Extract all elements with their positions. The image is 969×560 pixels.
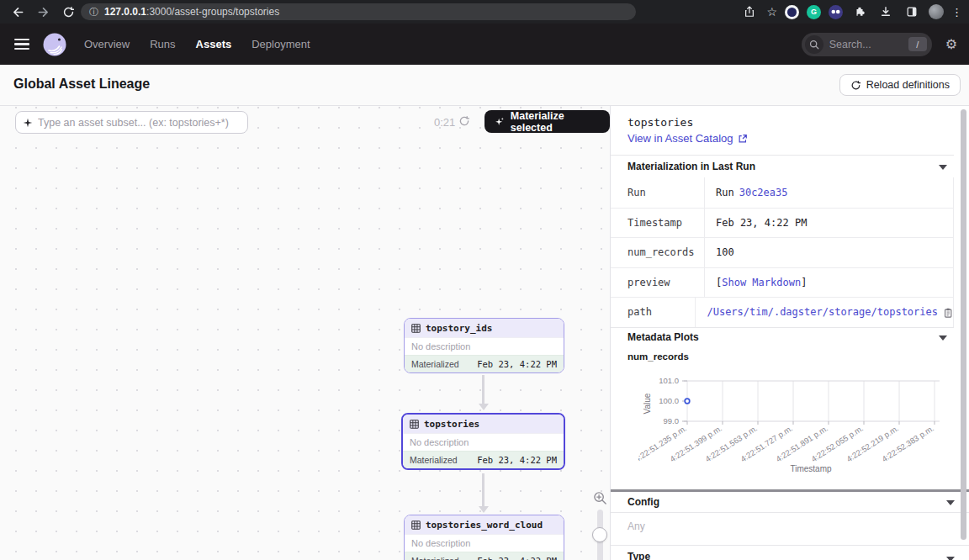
config-value: Any: [627, 520, 645, 532]
table-icon: [411, 520, 421, 530]
node-description: No description: [405, 337, 564, 355]
path-link[interactable]: /Users/tim/.dagster/storage/topstories: [707, 306, 938, 318]
metadata-row-path: path /Users/tim/.dagster/storage/topstor…: [611, 297, 953, 327]
reload-definitions-button[interactable]: Reload definitions: [839, 74, 961, 96]
refresh-icon: [850, 80, 861, 91]
panel-scrollbar[interactable]: [961, 109, 966, 540]
metadata-table: Run Run 30c2ea35 Timestamp Feb 23, 4:22 …: [611, 177, 954, 327]
svg-text:99.0: 99.0: [664, 416, 680, 425]
back-icon[interactable]: [8, 3, 27, 21]
zoom-in-icon[interactable]: [593, 491, 607, 509]
collapse-caret-icon[interactable]: [939, 335, 947, 341]
collapse-caret-icon[interactable]: [946, 500, 955, 505]
copy-icon[interactable]: [943, 307, 953, 318]
num-records-chart: 101.0 100.0 99.0 Value Timestamp 4:22:51…: [638, 371, 951, 482]
content-area: 0:21 Materialize selected topstory_ids N…: [0, 105, 969, 560]
nav-item-assets[interactable]: Assets: [196, 38, 232, 50]
extensions-puzzle-icon[interactable]: [850, 3, 869, 21]
lineage-edge: [482, 473, 484, 506]
metadata-row-preview: preview [Show Markdown]: [611, 267, 953, 298]
search-icon: [805, 35, 823, 54]
app-navbar: Overview Runs Assets Deployment / ⚙: [0, 24, 969, 65]
view-in-asset-catalog-link[interactable]: View in Asset Catalog: [627, 132, 748, 145]
extension-grammarly-icon[interactable]: G: [807, 5, 821, 19]
selected-asset-name: topstories: [627, 116, 693, 129]
node-status-row: Materialized Feb 23, 4:22 PM: [405, 355, 564, 372]
svg-text:Value: Value: [643, 393, 652, 414]
asset-graph-panel[interactable]: 0:21 Materialize selected topstory_ids N…: [0, 106, 610, 560]
lineage-edge: [482, 375, 484, 404]
nav-item-overview[interactable]: Overview: [84, 38, 130, 50]
show-markdown-link[interactable]: Show Markdown: [722, 277, 801, 288]
node-status-row: Materialized Feb 23, 4:22 PM: [405, 552, 564, 560]
asset-node-topstories[interactable]: topstories No description Materialized F…: [401, 413, 565, 470]
materialize-selected-button[interactable]: Materialize selected: [484, 110, 610, 133]
plot-title: num_records: [627, 351, 689, 362]
asset-node-topstory-ids[interactable]: topstory_ids No description Materialized…: [404, 318, 564, 373]
table-icon: [410, 420, 419, 429]
table-icon: [411, 324, 421, 333]
op-selector-icon: [23, 118, 33, 128]
sidebar-toggle-icon[interactable]: [903, 3, 921, 21]
site-info-icon[interactable]: ⓘ: [89, 8, 98, 17]
page-header: Global Asset Lineage Reload definitions: [0, 65, 969, 105]
timer-refresh-icon[interactable]: [458, 115, 470, 130]
external-link-icon: [738, 134, 748, 144]
svg-text:100.0: 100.0: [659, 396, 679, 405]
gear-icon[interactable]: ⚙: [945, 36, 957, 52]
run-id-link[interactable]: 30c2ea35: [739, 187, 788, 198]
global-search[interactable]: /: [802, 33, 932, 56]
hamburger-menu-icon[interactable]: [14, 39, 29, 50]
section-materialization[interactable]: Materialization in Last Run: [611, 155, 954, 177]
section-type[interactable]: Type: [611, 545, 969, 560]
browser-menu-icon[interactable]: ⋮: [951, 7, 962, 18]
nav-item-deployment[interactable]: Deployment: [252, 38, 310, 50]
search-input[interactable]: [823, 39, 908, 50]
extension-clock-icon[interactable]: [785, 5, 799, 19]
search-shortcut-badge: /: [908, 37, 927, 51]
asset-details-panel: topstories View in Asset Catalog Materia…: [610, 106, 969, 560]
svg-text:101.0: 101.0: [659, 376, 679, 385]
metadata-row-timestamp: Timestamp Feb 23, 4:22 PM: [611, 208, 953, 238]
primary-nav: Overview Runs Assets Deployment: [84, 38, 310, 50]
share-icon[interactable]: [740, 3, 759, 21]
lineage-edge-arrowhead: [479, 404, 489, 410]
node-status-row: Materialized Feb 23, 4:22 PM: [403, 451, 564, 468]
section-metadata-plots[interactable]: Metadata Plots: [611, 327, 954, 346]
extension-goggles-icon[interactable]: [829, 5, 843, 19]
profile-avatar[interactable]: [929, 4, 944, 19]
metadata-row-run: Run Run 30c2ea35: [611, 177, 953, 208]
bookmark-star-icon[interactable]: ☆: [766, 6, 777, 18]
node-description: No description: [403, 433, 564, 451]
collapse-caret-icon[interactable]: [946, 557, 955, 560]
node-description: No description: [405, 534, 564, 552]
section-config[interactable]: Config: [611, 492, 969, 513]
zoom-slider-handle[interactable]: [592, 527, 607, 542]
reload-icon[interactable]: [59, 3, 77, 21]
dagster-logo[interactable]: [42, 32, 67, 57]
asset-node-topstories-word-cloud[interactable]: topstories_word_cloud No description Mat…: [404, 515, 564, 560]
asset-subset-input[interactable]: [38, 117, 241, 129]
metadata-row-num-records: num_records 100: [611, 237, 953, 267]
data-point: [685, 399, 690, 404]
nav-item-runs[interactable]: Runs: [150, 38, 175, 50]
address-bar[interactable]: ⓘ 127.0.0.1:3000/asset-groups/topstories: [81, 3, 636, 20]
asset-subset-filter[interactable]: [15, 111, 248, 134]
refresh-timer: 0:21: [434, 116, 455, 129]
collapse-caret-icon[interactable]: [939, 165, 947, 170]
lineage-edge-arrowhead: [479, 506, 489, 513]
sparkle-icon: [495, 116, 505, 127]
svg-text:Timestamp: Timestamp: [790, 464, 832, 473]
forward-icon[interactable]: [34, 3, 52, 21]
downloads-icon[interactable]: [876, 3, 895, 21]
browser-toolbar: ⓘ 127.0.0.1:3000/asset-groups/topstories…: [0, 0, 969, 24]
page-title: Global Asset Lineage: [13, 77, 150, 92]
url-text[interactable]: 127.0.0.1:3000/asset-groups/topstories: [104, 6, 279, 18]
